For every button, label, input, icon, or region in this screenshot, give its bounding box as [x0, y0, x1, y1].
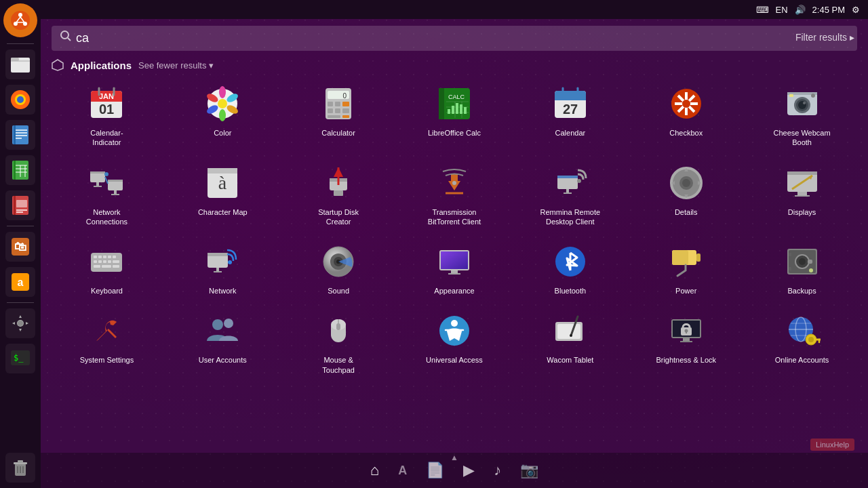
- topbar-time: 2:45 PM: [812, 5, 845, 15]
- app-item-startup-disk[interactable]: Startup Disk Creator: [283, 156, 394, 232]
- app-item-appearance[interactable]: Appearance: [399, 235, 510, 301]
- svg-rect-78: [448, 109, 450, 114]
- svg-rect-118: [334, 190, 343, 196]
- svg-rect-141: [94, 256, 97, 258]
- sidebar-item-software[interactable]: 🛍: [5, 232, 35, 262]
- app-item-power[interactable]: Power: [631, 235, 741, 301]
- svg-text:CALC: CALC: [448, 94, 465, 100]
- app-label-user-accounts: User Accounts: [199, 355, 247, 365]
- app-item-libreoffice-calc[interactable]: CALC LibreOffice Calc: [399, 77, 510, 153]
- svg-rect-64: [342, 102, 349, 106]
- svg-rect-80: [456, 103, 458, 114]
- app-item-network[interactable]: Network: [167, 235, 278, 301]
- app-label-calendar: Calendar: [555, 128, 586, 138]
- svg-point-112: [104, 172, 108, 176]
- dock-apps[interactable]: A: [398, 464, 407, 478]
- app-icon-displays: [781, 161, 824, 205]
- app-item-online-accounts[interactable]: Online Accounts: [747, 304, 857, 380]
- svg-rect-71: [439, 88, 444, 119]
- app-item-details[interactable]: Details: [631, 156, 741, 232]
- app-item-universal-access[interactable]: Universal Access: [399, 304, 510, 380]
- app-item-character-map[interactable]: à Character Map: [167, 156, 278, 232]
- app-label-appearance: Appearance: [434, 286, 474, 296]
- app-label-sound: Sound: [328, 286, 349, 296]
- app-item-mouse-touchpad[interactable]: Mouse & Touchpad: [283, 304, 394, 380]
- app-icon-backups: [781, 240, 824, 283]
- svg-rect-148: [103, 260, 106, 263]
- sidebar-item-firefox[interactable]: [5, 85, 35, 115]
- app-label-details: Details: [675, 207, 698, 217]
- sidebar-item-terminal[interactable]: $_: [5, 344, 35, 373]
- dock-music[interactable]: ♪: [494, 462, 501, 479]
- app-icon-power: [665, 240, 708, 283]
- filter-results-button[interactable]: Filter results ▸: [795, 32, 854, 43]
- app-label-bluetooth: Bluetooth: [555, 286, 586, 296]
- apps-section: Applications See fewer results ▾ JAN 01 …: [41, 55, 868, 384]
- sidebar-item-settings[interactable]: [5, 308, 35, 338]
- svg-rect-65: [328, 108, 333, 113]
- sidebar-item-impress[interactable]: [5, 190, 35, 220]
- sidebar-item-writer[interactable]: [5, 120, 35, 150]
- svg-rect-128: [564, 192, 572, 194]
- svg-point-94: [682, 100, 690, 108]
- app-item-wacom-tablet[interactable]: Wacom Tablet: [515, 304, 625, 380]
- svg-rect-166: [451, 270, 458, 273]
- app-item-calculator[interactable]: 0 Calculator: [283, 77, 394, 153]
- topbar-settings[interactable]: ⚙: [852, 5, 860, 15]
- svg-rect-139: [795, 195, 810, 197]
- app-item-cheese-webcam[interactable]: Cheese Webcam Booth: [747, 77, 857, 153]
- svg-rect-142: [98, 256, 102, 258]
- svg-rect-101: [789, 94, 793, 97]
- app-item-calendar[interactable]: 27 Calendar: [515, 77, 625, 153]
- app-item-sound[interactable]: Sound: [283, 235, 394, 301]
- dock-photo[interactable]: 📷: [520, 462, 538, 479]
- apps-header-icon: [52, 59, 64, 71]
- svg-point-32: [18, 321, 23, 326]
- ubuntu-logo[interactable]: [3, 3, 37, 37]
- app-item-displays[interactable]: Displays: [747, 156, 857, 232]
- svg-rect-108: [108, 180, 123, 182]
- app-item-user-accounts[interactable]: User Accounts: [167, 304, 278, 380]
- svg-rect-155: [208, 253, 228, 256]
- svg-rect-152: [102, 265, 111, 268]
- app-label-color: Color: [214, 128, 231, 138]
- svg-rect-127: [566, 189, 569, 192]
- apps-section-title: Applications: [71, 60, 132, 71]
- app-label-startup-disk: Startup Disk Creator: [308, 207, 369, 227]
- app-item-bluetooth[interactable]: Bluetooth: [515, 235, 625, 301]
- dock-files[interactable]: 📄: [426, 462, 444, 479]
- search-input[interactable]: ca: [52, 26, 857, 51]
- app-icon-network: [201, 240, 244, 283]
- topbar-lang: EN: [776, 5, 788, 15]
- app-item-transmission[interactable]: Transmission BitTorrent Client: [399, 156, 510, 232]
- svg-point-158: [228, 260, 232, 264]
- app-item-checkbox[interactable]: Checkbox: [631, 77, 741, 153]
- svg-rect-198: [686, 331, 687, 333]
- app-icon-system-settings: [85, 309, 128, 352]
- svg-point-52: [219, 86, 226, 98]
- app-item-color[interactable]: Color: [167, 77, 278, 153]
- sidebar-item-files[interactable]: [5, 49, 35, 79]
- app-item-network-connections[interactable]: Network Connections: [52, 156, 162, 232]
- svg-point-41: [61, 31, 68, 39]
- see-fewer-button[interactable]: See fewer results ▾: [138, 60, 214, 70]
- dock-home[interactable]: ⌂: [370, 462, 379, 479]
- svg-point-58: [218, 99, 227, 108]
- app-item-brightness-lock[interactable]: Brightness & Lock: [631, 304, 741, 380]
- svg-rect-67: [342, 108, 349, 113]
- sidebar-item-calc[interactable]: [5, 155, 35, 185]
- app-item-remmina[interactable]: Remmina Remote Desktop Client: [515, 156, 625, 232]
- svg-marker-43: [52, 60, 63, 70]
- sidebar-item-amazon[interactable]: a: [5, 267, 35, 297]
- svg-point-129: [577, 179, 581, 183]
- app-label-calendar-indicator: Calendar-Indicator: [76, 128, 137, 148]
- svg-text:JAN: JAN: [99, 92, 114, 100]
- watermark: LinuxHelp: [810, 439, 854, 451]
- app-item-calendar-indicator[interactable]: JAN 01 Calendar-Indicator: [52, 77, 162, 153]
- app-item-backups[interactable]: Backups: [747, 235, 857, 301]
- app-item-keyboard[interactable]: Keyboard: [52, 235, 162, 301]
- sidebar-item-trash[interactable]: [5, 453, 35, 483]
- svg-rect-146: [94, 260, 97, 263]
- app-item-system-settings[interactable]: System Settings: [52, 304, 162, 380]
- dock-video[interactable]: ▶: [463, 462, 475, 479]
